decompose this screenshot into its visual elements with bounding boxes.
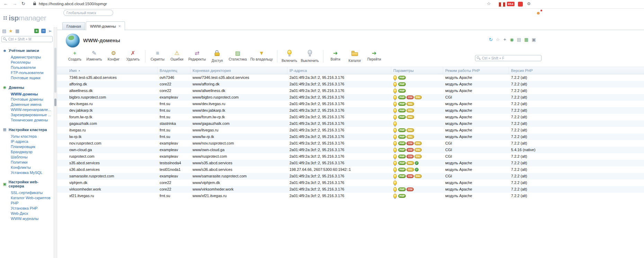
bulb-icon[interactable] [393, 89, 397, 93]
bulb-icon[interactable] [393, 194, 397, 198]
sidebar-item[interactable]: Брандмауэр [2, 149, 53, 154]
sidebar-item[interactable]: FTP-пользователи [2, 70, 53, 75]
login-button[interactable]: ➜Войти [326, 49, 345, 61]
sidebar-item[interactable]: Реселлеры [2, 59, 53, 65]
sidebar-item[interactable]: Web-Диск [2, 211, 53, 216]
collapse-all-icon[interactable]: − [41, 29, 46, 33]
table-row[interactable]: s35.abcd.servicestestsslnoda4www/s35.abc… [57, 160, 644, 166]
table-row[interactable]: dev.jabkarp.tkfrnt.suwww/dev.jabkarp.tk2… [57, 107, 644, 114]
catalog-button[interactable]: Каталог [345, 49, 365, 63]
bulb-icon[interactable] [393, 148, 397, 152]
redirects-button[interactable]: ⇄Редиректы [187, 49, 207, 61]
bulb-icon[interactable] [393, 95, 397, 100]
bulb-icon[interactable] [393, 102, 397, 106]
flag-extension-icon[interactable] [499, 2, 506, 7]
column-header-root[interactable]: Корневая директория [190, 67, 287, 74]
table-row[interactable]: itvegas.rufrnt.suwww/itvegas.ru2a01:4f9:… [57, 127, 644, 133]
forward-icon[interactable]: → [12, 1, 17, 6]
pin-icon[interactable]: ✦ [503, 37, 507, 42]
url-bar[interactable]: https://hosting.abcd.cloud:1500/ispmgr [39, 2, 107, 6]
sidebar-item[interactable]: PHP [2, 200, 53, 205]
sidebar-item[interactable]: Планировщик [2, 144, 53, 149]
manual-icon[interactable]: ▦ [524, 37, 528, 42]
byowner-button[interactable]: ▼По владельцу [249, 49, 275, 61]
reload-icon[interactable]: ↻ [21, 1, 25, 6]
clipboard-icon[interactable]: ▦ [15, 28, 19, 34]
sidebar-item[interactable]: Установка PHP [2, 205, 53, 211]
speed-extension-badge[interactable]: 65.6 [507, 2, 515, 6]
expand-all-icon[interactable]: + [34, 29, 39, 33]
sidebar-section-header[interactable]: ☻Учётные записи [2, 48, 53, 53]
edit-button[interactable]: ✎Изменить [84, 49, 104, 61]
sidebar-section-header[interactable]: ▦Настройки кластера [2, 127, 53, 132]
session-user-icon[interactable]: ☻ [536, 10, 541, 16]
sidebar-section-header[interactable]: ▣Настройки web-сервера [2, 180, 53, 188]
bookmark-star-icon[interactable]: ☆ [487, 1, 491, 6]
column-header-owner[interactable]: Владелец [158, 67, 190, 74]
scrollbar-marker[interactable] [54, 99, 56, 106]
table-row[interactable]: nov.rusprotect.comexampleavwww/nov.ruspr… [57, 140, 644, 147]
sidebar-item[interactable]: Политики [2, 159, 53, 165]
sidebar-item[interactable]: WWW-домены [2, 91, 53, 96]
favorites-star-icon[interactable]: ☆ [496, 37, 500, 42]
bulb-icon[interactable] [393, 167, 397, 172]
bulb-icon[interactable] [393, 121, 397, 126]
tab-0[interactable]: Главная [62, 22, 85, 30]
table-row[interactable]: afforing.dkcore22www/afforing.dk2a01:4f9… [57, 81, 644, 87]
bulb-icon[interactable] [393, 82, 397, 86]
print-icon[interactable]: ▣ [531, 37, 536, 42]
bulb-icon[interactable] [393, 181, 397, 185]
sidebar-item[interactable]: Узлы кластера [2, 133, 53, 139]
sidebar-item[interactable]: IP-адреса [2, 139, 53, 144]
tab-1[interactable]: WWW-домены× [86, 21, 125, 30]
goto-button[interactable]: ➔Перейти [365, 49, 384, 61]
table-row[interactable]: dev.itvegas.rufrnt.suwww/dev.itvegas.ru2… [57, 101, 644, 107]
table-row[interactable]: bigbro.rusprotect.comexampleavwww/bigbro… [57, 94, 644, 101]
sidebar-item[interactable]: Доменные имена [2, 102, 53, 107]
favorites-star-icon[interactable]: ★ [9, 28, 13, 34]
enable-button[interactable]: Включить [280, 49, 299, 63]
bulb-icon[interactable] [393, 128, 397, 132]
delete-button[interactable]: ✗Удалить [123, 49, 143, 61]
table-row[interactable]: viphjem.dkcore22www/viphjem.dk2a01:4f9:2… [57, 179, 644, 186]
bulb-icon[interactable] [393, 108, 397, 113]
sidebar-item[interactable]: Шаблоны [2, 154, 53, 159]
bulb-icon[interactable] [393, 115, 397, 119]
sidebar-section-header[interactable]: ◉Домены [2, 85, 53, 90]
table-row[interactable]: own-cloud.gaexampleavwww/own-cloud.ga2a0… [57, 147, 644, 153]
table-row[interactable]: 7346.test-s35.abcd.servicesovh7346www/73… [57, 74, 644, 81]
sidebar-item[interactable]: Установка MySQL [2, 170, 53, 175]
table-row[interactable]: samarasite.rusprotect.comexampleavwww/sa… [57, 173, 644, 179]
list-view-icon[interactable]: ▤ [2, 28, 6, 34]
table-row[interactable]: gagauzhalk.comstastrinkawww/gagauzhalk.c… [57, 120, 644, 127]
table-row[interactable]: forum.lw-rp.tkfrnt.suwww/forum.lw-rp.tk2… [57, 114, 644, 120]
config-button[interactable]: ⚙Конфиг [104, 49, 123, 61]
settings-extension-icon[interactable]: ⚙ [527, 1, 531, 6]
table-row[interactable]: virksomheder.workcore22www/virksomheder.… [57, 186, 644, 193]
sidebar-item[interactable]: WWW-журналы [2, 216, 53, 221]
column-header-params[interactable]: Параметры [391, 67, 443, 74]
sidebar-scrollbar[interactable] [54, 27, 57, 258]
website-icon[interactable]: ◉ [510, 37, 513, 42]
column-header-php_mode[interactable]: Режим работы PHP [443, 67, 509, 74]
sidebar-item[interactable]: Администраторы [2, 54, 53, 59]
access-button[interactable]: Доступ [207, 49, 227, 63]
scripts-button[interactable]: ≡Скрипты [148, 49, 167, 61]
scrollbar-thumb[interactable] [54, 48, 56, 93]
sidebar-item[interactable]: Почтовые ящики [2, 75, 53, 80]
bulb-icon[interactable] [393, 154, 397, 159]
table-row[interactable]: lw-rp.tkfrnt.suwww/lw-rp.tk2a01:4f9:2a:3… [57, 133, 644, 140]
sidebar-item[interactable]: SSL-сертификаты [2, 190, 53, 195]
sidebar-item[interactable]: Конфликты [2, 165, 53, 170]
bulb-icon[interactable] [393, 141, 397, 146]
sidebar-item[interactable]: Технические домены [2, 117, 53, 122]
copy-icon[interactable]: ▤ [517, 37, 521, 42]
column-header-php_version[interactable]: Версия PHP [509, 67, 644, 74]
errors-button[interactable]: ⚠Ошибки [167, 49, 187, 61]
table-row[interactable]: allwellness.dkcore22www/allwellness.dk2a… [57, 87, 644, 94]
bulb-icon[interactable] [393, 161, 397, 165]
refresh-icon[interactable]: ↻ [489, 37, 493, 42]
bulb-icon[interactable] [393, 75, 397, 80]
global-search-input[interactable] [63, 10, 113, 16]
pin-sidebar-icon[interactable]: ➢ [48, 28, 52, 34]
